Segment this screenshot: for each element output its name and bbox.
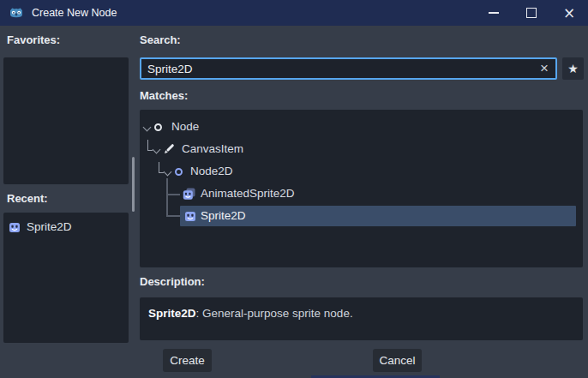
- recent-item-label: Sprite2D: [27, 220, 72, 233]
- minimize-icon: [489, 12, 499, 14]
- recent-list[interactable]: Sprite2D: [3, 213, 129, 343]
- animatedsprite2d-icon: [183, 188, 195, 201]
- favorites-list[interactable]: [3, 57, 129, 184]
- recent-label: Recent:: [7, 192, 48, 205]
- tree-item-label: Node: [171, 120, 199, 133]
- clear-search-icon[interactable]: ×: [533, 59, 555, 78]
- chevron-down-icon[interactable]: [153, 146, 161, 154]
- chevron-down-icon[interactable]: [164, 168, 172, 177]
- node-icon: [154, 123, 162, 131]
- tree-item-label: AnimatedSprite2D: [201, 187, 295, 200]
- close-button[interactable]: ×: [550, 0, 588, 26]
- cancel-button[interactable]: Cancel: [373, 349, 422, 372]
- matches-tree[interactable]: Node CanvasItem Node2D: [140, 110, 583, 267]
- search-label: Search:: [140, 33, 181, 46]
- recent-item-sprite2d[interactable]: Sprite2D: [9, 220, 72, 233]
- search-input[interactable]: [141, 63, 533, 75]
- minimize-button[interactable]: [475, 0, 513, 26]
- description-text: Sprite2D: General-purpose sprite node.: [148, 307, 353, 320]
- sprite2d-icon: [9, 221, 21, 233]
- description-term: Sprite2D: [148, 307, 196, 320]
- matches-label: Matches:: [140, 89, 188, 102]
- window-controls: ×: [475, 0, 588, 26]
- tree-item-label: Node2D: [190, 165, 233, 177]
- tree-item-label: CanvasItem: [182, 142, 243, 155]
- tree-row-animatedsprite2d[interactable]: AnimatedSprite2D: [140, 183, 583, 205]
- star-icon: ★: [567, 62, 579, 75]
- tree-row-node[interactable]: Node: [140, 117, 583, 138]
- description-panel: Sprite2D: General-purpose sprite node.: [140, 297, 583, 340]
- favorite-toggle-button[interactable]: ★: [562, 57, 584, 80]
- dialog-body: Favorites: Recent: Sprite2D Search: × ★ …: [0, 26, 588, 378]
- search-box: ×: [140, 57, 557, 80]
- chevron-down-icon[interactable]: [143, 123, 152, 132]
- maximize-button[interactable]: [513, 0, 550, 26]
- godot-logo-icon: [9, 5, 24, 21]
- panel-splitter-handle[interactable]: [132, 157, 135, 212]
- canvasitem-icon: [163, 143, 175, 155]
- tree-row-sprite2d-selected[interactable]: Sprite2D: [140, 206, 583, 227]
- close-icon: ×: [563, 6, 575, 21]
- description-body: : General-purpose sprite node.: [196, 307, 353, 320]
- sprite2d-icon: [184, 210, 196, 222]
- tree-row-node2d[interactable]: Node2D: [140, 161, 583, 183]
- maximize-icon: [526, 8, 537, 18]
- create-button[interactable]: Create: [163, 349, 212, 372]
- favorites-label: Favorites:: [7, 33, 60, 46]
- tree-item-label: Sprite2D: [201, 209, 246, 222]
- titlebar[interactable]: Create New Node ×: [0, 0, 588, 26]
- window-title: Create New Node: [32, 7, 117, 19]
- tree-row-canvasitem[interactable]: CanvasItem: [140, 139, 583, 160]
- description-label: Description:: [140, 275, 205, 288]
- node2d-icon: [175, 168, 183, 176]
